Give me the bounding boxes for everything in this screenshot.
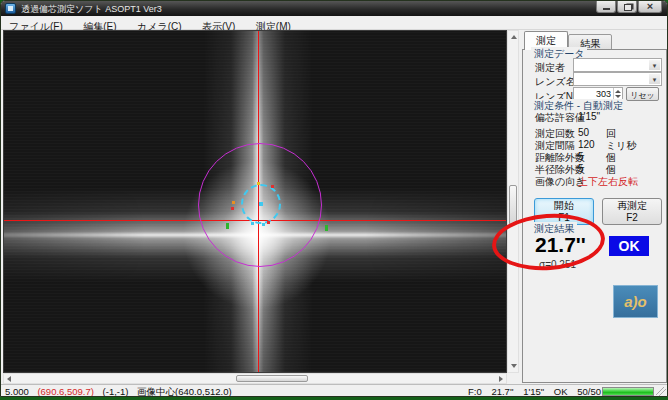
measurement-panel: 測定 結果 測定データ 測定者 ▾ レンズ名 ▾ レンズNo. 303 リセット… xyxy=(521,30,668,384)
radius-excl-value: 5 xyxy=(578,163,584,174)
start-button-label: 開始 xyxy=(554,200,574,211)
scroll-down-icon[interactable] xyxy=(511,364,517,368)
distance-excl-value: 5 xyxy=(578,151,584,162)
company-logo: a)o xyxy=(613,285,658,318)
vertical-scroll-thumb[interactable] xyxy=(509,185,517,225)
status-image-center: 画像中心(640.0,512.0) xyxy=(137,386,232,397)
status-result: 21.7'' xyxy=(491,386,513,397)
app-icon xyxy=(5,3,16,14)
data-point-yellow xyxy=(257,182,260,185)
measurement-progress-bar xyxy=(602,387,654,396)
data-point-red xyxy=(267,221,270,224)
step-up-icon[interactable] xyxy=(615,90,621,93)
horizontal-scrollbar[interactable] xyxy=(3,373,507,384)
progress-fill xyxy=(603,388,653,395)
app-window: 透過偏芯測定ソフト ASOPT1 Ver3 ファイル(F) 編集(E) カメラ(… xyxy=(0,0,668,397)
operator-combobox[interactable]: ▾ xyxy=(573,58,662,72)
status-frame: F:0 xyxy=(468,386,482,397)
chevron-down-icon[interactable]: ▾ xyxy=(649,74,660,84)
status-grid-position: (-1,-1) xyxy=(103,386,129,397)
count-value: 50 xyxy=(578,127,589,138)
status-judgement: OK xyxy=(554,386,568,397)
vertical-scrollbar[interactable] xyxy=(507,30,519,373)
step-down-icon[interactable] xyxy=(615,95,621,98)
desktop-background: 透過偏芯測定ソフト ASOPT1 Ver3 ファイル(F) 編集(E) カメラ(… xyxy=(0,0,668,400)
horizontal-scroll-thumb[interactable] xyxy=(236,375,308,382)
chevron-down-icon[interactable]: ▾ xyxy=(649,60,660,70)
scroll-left-icon[interactable] xyxy=(7,376,11,382)
data-point-orange xyxy=(232,201,235,204)
title-bar[interactable]: 透過偏芯測定ソフト ASOPT1 Ver3 xyxy=(1,1,667,16)
lens-name-combobox[interactable]: ▾ xyxy=(573,72,662,86)
tolerance-value: 1'15" xyxy=(578,111,600,122)
lens-no-value: 303 xyxy=(596,89,611,99)
status-bar: 5.000 (690.6,509.7) (-1,-1) 画像中心(640.0,5… xyxy=(1,384,667,397)
status-cursor-position: (690.6,509.7) xyxy=(37,386,94,397)
axis-marker-green xyxy=(226,223,229,229)
scrollbar-corner xyxy=(507,373,519,384)
image-viewport xyxy=(3,30,519,384)
data-point-cyan xyxy=(262,223,265,226)
status-zoom: 5.000 xyxy=(5,386,29,397)
data-point-red xyxy=(231,207,234,210)
remeasure-button-label: 再測定 xyxy=(617,200,647,211)
axis-marker-green xyxy=(325,225,328,231)
reset-button[interactable]: リセット xyxy=(626,87,659,101)
lens-name-label: レンズ名 xyxy=(535,75,576,89)
rotation-center-marker xyxy=(259,202,263,206)
orientation-value: 上下左右反転 xyxy=(578,175,638,189)
scroll-right-icon[interactable] xyxy=(499,376,503,382)
data-point-cyan xyxy=(251,222,254,225)
camera-image[interactable] xyxy=(3,30,507,373)
remeasure-button[interactable]: 再測定 F2 xyxy=(602,198,662,225)
status-count: 50/50 xyxy=(577,386,601,397)
operator-label: 測定者 xyxy=(535,61,565,75)
judgement-badge: OK xyxy=(609,236,649,256)
remeasure-button-key: F2 xyxy=(626,212,638,223)
window-title: 透過偏芯測定ソフト ASOPT1 Ver3 xyxy=(21,3,162,16)
scroll-up-icon[interactable] xyxy=(511,35,517,39)
data-point-red xyxy=(271,185,274,188)
interval-value: 120 xyxy=(578,139,595,150)
status-tolerance: 1'15" xyxy=(523,386,544,397)
restore-button[interactable] xyxy=(617,1,637,13)
minimize-button[interactable] xyxy=(596,1,616,13)
menu-bar: ファイル(F) 編集(E) カメラ(C) 表示(V) 測定(M) xyxy=(1,16,667,30)
close-button[interactable] xyxy=(638,1,662,13)
resize-grip-icon[interactable] xyxy=(656,387,666,397)
